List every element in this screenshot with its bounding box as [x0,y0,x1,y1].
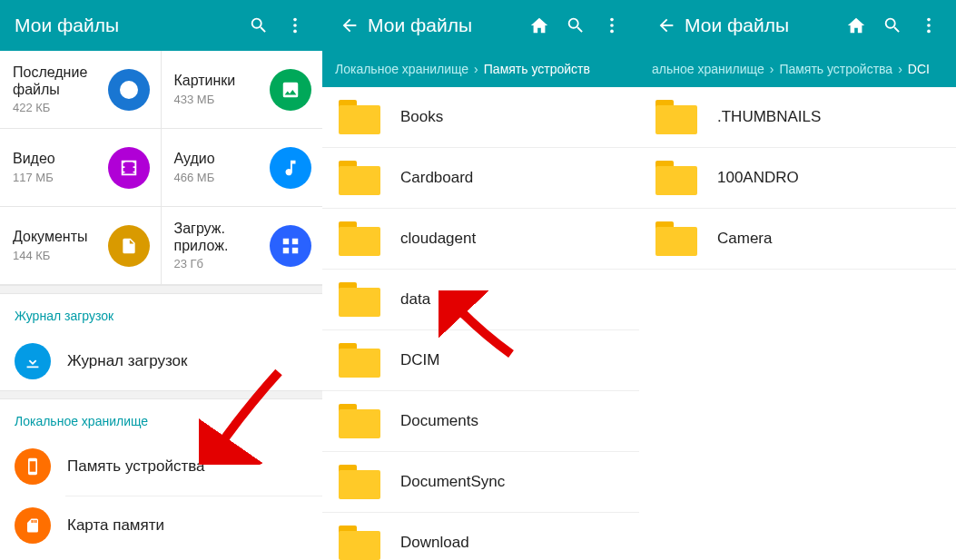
back-icon[interactable] [331,7,368,44]
breadcrumb-item[interactable]: Память устройств [484,62,590,76]
row-label: Память устройства [67,457,205,476]
svg-point-1 [293,24,297,27]
folder-icon [339,404,380,438]
folder-icon [339,161,380,195]
folder-row[interactable]: Books [322,87,639,148]
folder-icon [655,161,697,195]
svg-point-8 [610,24,614,27]
folder-name: DocumentSync [400,473,505,491]
search-icon[interactable] [874,7,911,44]
category-size: 422 КБ [13,101,108,114]
section-header-downloads: Журнал загрузок [0,294,322,332]
breadcrumb-item[interactable]: DCI [908,62,930,76]
section-gap [0,390,322,399]
breadcrumb[interactable]: альное хранилище › Память устройства › D… [639,51,956,87]
folder-row[interactable]: DCIM [322,330,639,391]
more-icon[interactable] [911,7,947,44]
home-icon[interactable] [521,7,557,44]
category-grid: Последние файлы422 КБКартинки433 МБВидео… [0,51,322,285]
svg-point-2 [293,30,297,34]
svg-point-12 [927,30,931,34]
app-title: Мои файлы [368,15,521,36]
folder-list: .THUMBNAILS100ANDROCamera [639,87,956,270]
folder-row[interactable]: .THUMBNAILS [639,87,956,148]
category-size: 466 МБ [174,171,215,184]
folder-icon [655,221,697,256]
folder-icon [655,100,697,134]
doc-icon [108,225,150,267]
pane-device-storage: Мои файлы Локальное хранилище › Память у… [322,0,639,560]
search-icon[interactable] [557,7,594,44]
folder-icon [339,526,380,560]
svg-rect-6 [292,247,298,252]
sdcard-icon [15,507,51,544]
category-label: Загруж. прилож. [174,221,271,254]
more-icon[interactable] [277,7,313,44]
folder-name: .THUMBNAILS [717,108,821,126]
breadcrumb[interactable]: Локальное хранилище › Память устройств [322,51,639,87]
category-image[interactable]: Картинки433 МБ [162,51,323,129]
back-icon[interactable] [648,7,685,44]
app-title: Мои файлы [685,15,838,36]
category-size: 144 КБ [13,249,87,262]
svg-point-9 [610,30,614,34]
svg-point-10 [927,18,931,22]
folder-row[interactable]: Documents [322,391,639,452]
row-label: Карта памяти [67,516,164,535]
row-label: Журнал загрузок [67,352,187,370]
folder-row[interactable]: DocumentSync [322,452,639,513]
category-label: Картинки [174,73,236,89]
category-clock[interactable]: Последние файлы422 КБ [0,51,162,129]
svg-point-7 [610,18,614,22]
folder-list: BooksCardboardcloudagentdataDCIMDocument… [322,87,639,560]
pane-myfiles-home: Мои файлы Последние файлы422 КБКартинки4… [0,0,322,560]
row-device-storage[interactable]: Память устройства [0,437,322,496]
category-audio[interactable]: Аудио466 МБ [162,129,323,207]
folder-row[interactable]: 100ANDRO [639,148,956,209]
svg-point-11 [927,24,931,27]
folder-name: cloudagent [400,230,476,248]
row-sdcard[interactable]: Карта памяти [0,496,322,555]
folder-row[interactable]: Download [322,513,639,560]
breadcrumb-item[interactable]: Локальное хранилище [335,62,468,76]
video-icon [108,147,150,189]
svg-point-0 [293,18,297,22]
breadcrumb-item[interactable]: альное хранилище [652,62,764,76]
folder-row[interactable]: data [322,270,639,330]
appbar: Мои файлы [0,0,322,51]
clock-icon [108,69,150,111]
audio-icon [270,147,311,189]
category-apps[interactable]: Загруж. прилож.23 Гб [162,207,323,285]
folder-icon [339,221,380,256]
home-icon[interactable] [838,7,874,44]
svg-rect-3 [283,238,289,243]
category-label: Документы [13,229,87,245]
chevron-right-icon: › [770,62,774,76]
breadcrumb-item[interactable]: Память устройства [779,62,892,76]
category-label: Аудио [174,151,215,167]
svg-rect-5 [283,247,289,252]
folder-icon [339,282,380,317]
folder-name: 100ANDRO [717,169,799,187]
download-icon [15,343,51,379]
folder-name: Documents [400,412,478,430]
folder-name: Cardboard [400,169,473,187]
folder-icon [339,465,380,499]
category-size: 23 Гб [174,257,271,270]
folder-name: Books [400,108,443,126]
category-size: 117 МБ [13,171,55,184]
app-title: Мои файлы [15,15,241,36]
apps-icon [270,225,311,267]
folder-icon [339,100,380,134]
folder-row[interactable]: Camera [639,209,956,270]
folder-row[interactable]: cloudagent [322,209,639,270]
chevron-right-icon: › [474,62,478,76]
row-download-history[interactable]: Журнал загрузок [0,332,322,390]
search-icon[interactable] [241,7,277,44]
category-video[interactable]: Видео117 МБ [0,129,162,207]
appbar: Мои файлы [639,0,956,51]
folder-row[interactable]: Cardboard [322,148,639,209]
appbar: Мои файлы [322,0,639,51]
category-doc[interactable]: Документы144 КБ [0,207,162,285]
more-icon[interactable] [594,7,630,44]
